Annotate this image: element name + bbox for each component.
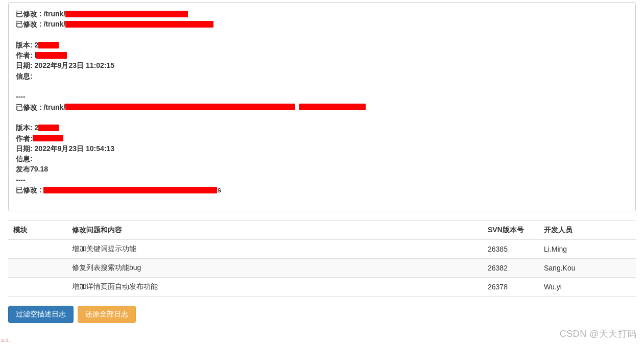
- log-release-line: 发布79.18: [16, 164, 628, 174]
- cell-module: [8, 259, 67, 278]
- cell-content: 修复列表搜索功能bug: [67, 259, 483, 278]
- col-header-dev: 开发人员: [539, 221, 636, 240]
- cell-dev: Wu.yi: [539, 278, 636, 297]
- cell-svn: 26378: [483, 278, 539, 297]
- changes-table-wrap: 模块 修改问题和内容 SVN版本号 开发人员 增加关键词提示功能 26385 L…: [8, 220, 636, 297]
- redacted-block: [38, 42, 59, 48]
- redacted-block: [65, 21, 213, 28]
- col-header-module: 模块: [8, 221, 67, 240]
- log-version-line: 版本: 2: [16, 40, 628, 50]
- col-header-svn: SVN版本号: [483, 221, 539, 240]
- redacted-block: [299, 104, 366, 110]
- cell-svn: 26385: [483, 240, 539, 259]
- log-textarea[interactable]: 已修改 : /trunk/ 已修改 : /trunk/ 版本: 2 作者: l …: [8, 2, 636, 211]
- log-info-line: 信息:: [16, 154, 628, 164]
- log-separator: ----: [16, 91, 628, 102]
- table-row: 增加关键词提示功能 26385 Li.Ming: [8, 240, 636, 259]
- button-row: 过滤空描述日志 还原全部日志: [8, 306, 636, 323]
- log-author-line: 作者: l: [16, 50, 628, 60]
- log-line: 已修改 : /trunk/: [16, 19, 628, 29]
- filter-empty-log-button[interactable]: 过滤空描述日志: [8, 306, 74, 323]
- cell-module: [8, 240, 67, 259]
- cell-module: [8, 278, 67, 297]
- watermark: CSDN @天天打码: [560, 328, 637, 332]
- restore-all-log-button[interactable]: 还原全部日志: [78, 306, 136, 323]
- log-modified-line: 已修改 : /trunk/: [16, 102, 628, 112]
- table-row: 修复列表搜索功能bug 26382 Sang.Kou: [8, 259, 636, 278]
- log-line: 已修改 : /trunk/: [16, 9, 628, 19]
- redacted-block: [65, 11, 188, 17]
- log-date-line: 日期: 2022年9月23日 10:54:13: [16, 143, 628, 154]
- cell-dev: Sang.Kou: [539, 259, 636, 278]
- table-header-row: 模块 修改问题和内容 SVN版本号 开发人员: [8, 221, 636, 240]
- cell-content: 增加详情页面自动发布功能: [67, 278, 483, 297]
- redacted-block: [43, 187, 217, 193]
- changes-table: 模块 修改问题和内容 SVN版本号 开发人员 增加关键词提示功能 26385 L…: [8, 220, 636, 297]
- redacted-block: [36, 52, 67, 59]
- redacted-block: [38, 125, 59, 131]
- log-separator: ----: [16, 175, 628, 185]
- log-modified-line: 已修改 : s: [16, 185, 628, 195]
- cell-content: 增加关键词提示功能: [67, 240, 483, 259]
- table-row: 增加详情页面自动发布功能 26378 Wu.yi: [8, 278, 636, 297]
- log-info-line: 信息:: [16, 71, 628, 81]
- redacted-block: [33, 135, 63, 141]
- log-date-line: 日期: 2022年9月23日 11:02:15: [16, 60, 628, 70]
- col-header-content: 修改问题和内容: [67, 221, 483, 240]
- cell-svn: 26382: [483, 259, 539, 278]
- redacted-block: [65, 104, 295, 110]
- log-version-line: 版本: 2: [16, 122, 628, 133]
- log-author-line: 作者:: [16, 133, 628, 143]
- cell-dev: Li.Ming: [539, 240, 636, 259]
